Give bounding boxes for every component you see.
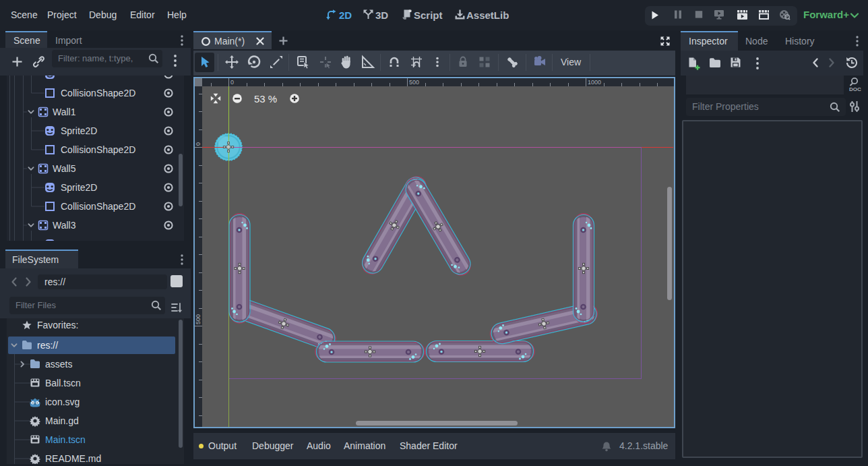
svg-text:Sprite2D: Sprite2D [61, 125, 97, 136]
svg-text:icon.svg: icon.svg [45, 397, 80, 407]
svg-text:0: 0 [195, 142, 202, 146]
svg-text:Sprite2D: Sprite2D [61, 182, 97, 193]
svg-text:View: View [561, 57, 582, 67]
svg-text:README.md: README.md [45, 453, 101, 464]
svg-text:1000: 1000 [588, 79, 601, 86]
svg-text:Wall5: Wall5 [53, 163, 76, 174]
svg-text:Ball.tscn: Ball.tscn [45, 378, 81, 388]
svg-text:500: 500 [409, 79, 419, 86]
svg-text:0: 0 [230, 79, 234, 86]
svg-text:CollisionShape2D: CollisionShape2D [61, 201, 135, 212]
svg-text:53 %: 53 % [254, 93, 277, 105]
svg-text:500: 500 [195, 314, 202, 324]
svg-text:Main.tscn: Main.tscn [45, 434, 86, 445]
svg-text:Wall3: Wall3 [53, 220, 76, 231]
svg-text:Favorites:: Favorites: [37, 320, 78, 330]
svg-text:Wall1: Wall1 [53, 107, 76, 117]
svg-text:Main.gd: Main.gd [45, 415, 79, 426]
svg-text:res://: res:// [37, 340, 58, 351]
svg-text:CollisionShape2D: CollisionShape2D [61, 88, 135, 98]
svg-text:DOC: DOC [849, 86, 861, 92]
svg-text:assets: assets [45, 359, 72, 370]
svg-text:CollisionShape2D: CollisionShape2D [61, 144, 135, 155]
